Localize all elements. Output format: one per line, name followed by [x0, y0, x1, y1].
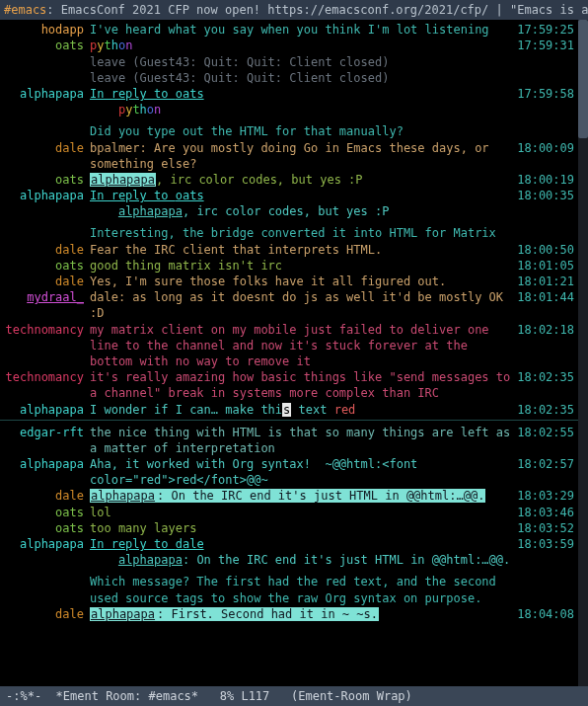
timestamp: 18:02:57 [515, 456, 574, 472]
message-body: I wonder if I can… make this text red [90, 402, 515, 418]
timestamp: 17:59:25 [515, 22, 574, 38]
message-row: dale bpalmer: Are you mostly doing Go in… [0, 140, 588, 172]
mention[interactable]: alphapapa [90, 607, 156, 621]
nick: dale [0, 606, 90, 622]
message-body: In reply to oats [90, 86, 515, 102]
nick: alphapapa [0, 456, 90, 472]
nick: alphapapa [0, 402, 90, 418]
message-body: bpalmer: Are you mostly doing Go in Emac… [90, 140, 515, 172]
nick: oats [0, 520, 90, 536]
timestamp: 18:04:08 [515, 606, 574, 622]
timestamp: 18:02:18 [515, 322, 574, 338]
scrollbar-thumb[interactable] [578, 20, 588, 138]
system-message: leave (Guest43: Quit: Quit: Client close… [90, 70, 515, 86]
nick: dale [0, 140, 90, 156]
message-row: technomancy my matrix client on my mobil… [0, 322, 588, 370]
timestamp: 18:03:29 [515, 488, 574, 504]
message-row: alphapapa, irc color codes, but yes :P [0, 203, 588, 219]
message-row: dale Fear the IRC client that interprets… [0, 242, 588, 258]
mode-line: -:%*- *Ement Room: #emacs* 8% L117 (Emen… [0, 686, 588, 706]
nick: technomancy [0, 322, 90, 338]
scrollbar-track[interactable] [578, 20, 588, 686]
message-body: dale: as long as it doesnt do js as well… [90, 289, 515, 321]
message-row: oats alphapapa, irc color codes, but yes… [0, 172, 588, 188]
nick: oats [0, 172, 90, 188]
timestamp: 18:01:44 [515, 289, 574, 305]
timestamp: 18:01:21 [515, 274, 574, 289]
message-body: alphapapa: On the IRC end it's just HTML… [90, 488, 515, 504]
message-row: alphapapa Aha, it worked with Org syntax… [0, 456, 588, 488]
message-row: oats lol 18:03:46 [0, 505, 588, 520]
timestamp: 18:02:35 [515, 369, 574, 385]
message-body: alphapapa: First. Second had it in ~ ~s. [90, 606, 515, 622]
channel-name: #emacs [4, 3, 46, 17]
message-row: dale alphapapa: First. Second had it in … [0, 606, 588, 622]
message-row: oats too many layers 18:03:52 [0, 520, 588, 536]
message-row: oats python 17:59:31 [0, 38, 588, 53]
message-row: python [0, 102, 588, 118]
message-body: Yes, I'm sure those folks have it all fi… [90, 274, 515, 289]
message-row: hodapp I've heard what you say when you … [0, 22, 588, 38]
nick: alphapapa [0, 86, 90, 102]
message-body: my matrix client on my mobile just faile… [90, 322, 515, 370]
timestamp: 17:59:31 [515, 38, 574, 53]
message-row: Did you type out the HTML for that manua… [0, 123, 588, 139]
quoted-body: python [90, 102, 515, 118]
message-row: mydraal_ dale: as long as it doesnt do j… [0, 289, 588, 321]
message-body: python [90, 38, 515, 53]
message-row: edgar-rft the nice thing with HTML is th… [0, 425, 588, 456]
nick: oats [0, 258, 90, 274]
nick: oats [0, 505, 90, 520]
message-row: technomancy it's really amazing how basi… [0, 369, 588, 401]
message-body: Did you type out the HTML for that manua… [90, 123, 515, 139]
message-body: too many layers [90, 520, 515, 536]
timestamp: 18:02:55 [515, 425, 574, 440]
timestamp: 18:03:52 [515, 520, 574, 536]
message-body: the nice thing with HTML is that so many… [90, 425, 515, 456]
timestamp: 18:00:35 [515, 188, 574, 203]
reply-link[interactable]: In reply to oats [90, 87, 204, 101]
title-bar: #emacs: EmacsConf 2021 CFP now open! htt… [0, 0, 588, 20]
message-row: Interesting, the bridge converted it int… [0, 225, 588, 241]
timestamp: 18:00:50 [515, 242, 574, 258]
chat-log[interactable]: hodapp I've heard what you say when you … [0, 20, 588, 686]
message-body: I've heard what you say when you think I… [90, 22, 515, 38]
message-row: alphapapa: On the IRC end it's just HTML… [0, 552, 588, 568]
nick: dale [0, 488, 90, 504]
quoted-body: alphapapa, irc color codes, but yes :P [90, 203, 515, 219]
message-row: Which message? The first had the red tex… [0, 574, 588, 605]
text-cursor: s [282, 403, 291, 417]
system-row: leave (Guest43: Quit: Quit: Client close… [0, 54, 588, 70]
message-body: Interesting, the bridge converted it int… [90, 225, 515, 241]
message-body: good thing matrix isn't irc [90, 258, 515, 274]
message-body: alphapapa, irc color codes, but yes :P [90, 172, 515, 188]
message-row: alphapapa In reply to oats 17:59:58 [0, 86, 588, 102]
message-row: alphapapa In reply to oats 18:00:35 [0, 188, 588, 203]
mention[interactable]: alphapapa [90, 173, 156, 187]
message-row: alphapapa I wonder if I can… make this t… [0, 402, 588, 418]
message-row: dale alphapapa: On the IRC end it's just… [0, 488, 588, 504]
nick: alphapapa [0, 536, 90, 552]
timestamp: 18:02:35 [515, 402, 574, 418]
system-message: leave (Guest43: Quit: Quit: Client close… [90, 54, 515, 70]
timestamp: 18:03:46 [515, 505, 574, 520]
mention[interactable]: alphapapa [90, 489, 156, 503]
message-body: Which message? The first had the red tex… [90, 574, 515, 605]
message-body: In reply to oats [90, 188, 515, 203]
channel-topic: : EmacsConf 2021 CFP now open! https://e… [46, 3, 588, 17]
message-body: it's really amazing how basic things lik… [90, 369, 515, 401]
nick: mydraal_ [0, 289, 90, 305]
message-row: alphapapa In reply to dale 18:03:59 [0, 536, 588, 552]
nick: hodapp [0, 22, 90, 38]
reply-link[interactable]: In reply to oats [90, 189, 204, 202]
message-body: lol [90, 505, 515, 520]
nick: alphapapa [0, 188, 90, 203]
timestamp: 18:01:05 [515, 258, 574, 274]
nick: edgar-rft [0, 425, 90, 440]
timestamp: 18:03:59 [515, 536, 574, 552]
message-row: oats good thing matrix isn't irc 18:01:0… [0, 258, 588, 274]
reply-link[interactable]: In reply to dale [90, 537, 204, 551]
nick: dale [0, 274, 90, 289]
system-row: leave (Guest43: Quit: Quit: Client close… [0, 70, 588, 86]
quoted-body: alphapapa: On the IRC end it's just HTML… [90, 552, 515, 568]
